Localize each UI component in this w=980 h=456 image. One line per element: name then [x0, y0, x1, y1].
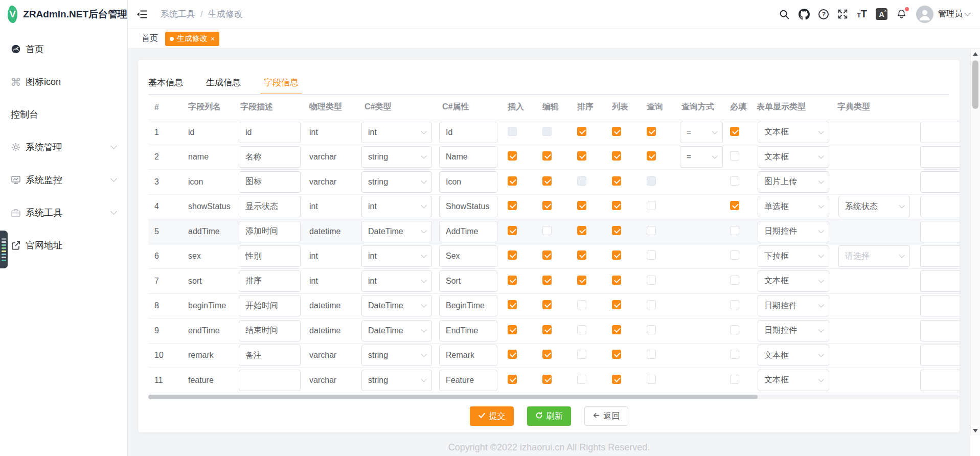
- checkbox-list[interactable]: [612, 300, 621, 309]
- field-desc-input[interactable]: [239, 320, 301, 341]
- input-extra[interactable]: [920, 171, 960, 193]
- checkbox-required[interactable]: [730, 201, 739, 210]
- settings-drawer-handle[interactable]: [0, 231, 8, 268]
- input-extra[interactable]: [920, 270, 960, 292]
- close-icon[interactable]: ×: [211, 35, 215, 42]
- checkbox-list[interactable]: [612, 375, 621, 384]
- checkbox-insert[interactable]: [508, 350, 517, 359]
- checkbox-insert[interactable]: [508, 325, 517, 334]
- breadcrumb-item[interactable]: 生成修改: [208, 8, 243, 20]
- csharp-prop-input[interactable]: [439, 295, 497, 316]
- checkbox-required[interactable]: [730, 350, 739, 359]
- input-extra[interactable]: [920, 245, 960, 267]
- checkbox-edit[interactable]: [542, 226, 552, 235]
- query-type-select[interactable]: =: [680, 146, 723, 168]
- checkbox-sort[interactable]: [577, 375, 586, 384]
- display-type-select[interactable]: 文本框: [758, 345, 829, 366]
- checkbox-edit[interactable]: [542, 375, 552, 384]
- sidebar-item-home[interactable]: 首页: [0, 33, 127, 65]
- search-icon[interactable]: [779, 9, 790, 20]
- checkbox-query[interactable]: [647, 250, 656, 260]
- scroll-up-arrow-icon[interactable]: [973, 52, 978, 56]
- checkbox-query[interactable]: [647, 127, 656, 136]
- checkbox-query[interactable]: [647, 375, 656, 384]
- checkbox-required[interactable]: [730, 176, 739, 186]
- field-desc-input[interactable]: [239, 245, 301, 267]
- query-type-select[interactable]: =: [680, 122, 723, 143]
- csharp-type-select[interactable]: string: [361, 345, 432, 366]
- checkbox-list[interactable]: [612, 276, 621, 285]
- input-extra[interactable]: [920, 295, 960, 316]
- checkbox-query[interactable]: [647, 151, 656, 161]
- checkbox-sort[interactable]: [577, 350, 586, 359]
- display-type-select[interactable]: 文本框: [758, 146, 829, 168]
- input-extra[interactable]: [920, 122, 960, 143]
- display-type-select[interactable]: 日期控件: [758, 221, 829, 242]
- field-desc-input[interactable]: [239, 146, 301, 168]
- checkbox-sort[interactable]: [577, 226, 586, 235]
- field-desc-input[interactable]: [239, 221, 301, 242]
- tag-首页[interactable]: 首页: [142, 33, 158, 44]
- font-size-icon[interactable]: TT: [857, 10, 867, 18]
- checkbox-sort[interactable]: [577, 325, 586, 334]
- csharp-prop-input[interactable]: [439, 270, 497, 292]
- checkbox-list[interactable]: [612, 250, 621, 260]
- csharp-type-select[interactable]: DateTime: [361, 295, 432, 316]
- chevron-down-icon[interactable]: [964, 10, 971, 16]
- sidebar-item-system-monitor[interactable]: 系统监控: [0, 164, 127, 196]
- breadcrumb-item[interactable]: 系统工具: [161, 8, 195, 20]
- checkbox-required[interactable]: [730, 375, 739, 384]
- checkbox-edit[interactable]: [542, 276, 552, 285]
- vertical-scrollbar[interactable]: [970, 49, 980, 436]
- display-type-select[interactable]: 日期控件: [758, 295, 829, 316]
- translate-icon[interactable]: Ax: [876, 8, 887, 20]
- csharp-prop-input[interactable]: [439, 320, 497, 341]
- checkbox-edit[interactable]: [542, 250, 552, 260]
- checkbox-insert[interactable]: [508, 176, 517, 186]
- field-desc-input[interactable]: [239, 171, 301, 193]
- checkbox-list[interactable]: [612, 127, 621, 136]
- field-desc-input[interactable]: [239, 196, 301, 217]
- github-icon[interactable]: [799, 9, 810, 20]
- checkbox-sort[interactable]: [577, 151, 586, 161]
- field-desc-input[interactable]: [239, 295, 301, 316]
- checkbox-required[interactable]: [730, 276, 739, 285]
- checkbox-sort[interactable]: [577, 300, 586, 309]
- horizontal-scrollbar-thumb[interactable]: [148, 395, 758, 399]
- checkbox-required[interactable]: [730, 127, 739, 136]
- checkbox-list[interactable]: [612, 151, 621, 161]
- username[interactable]: 管理员: [938, 9, 963, 19]
- csharp-prop-input[interactable]: [439, 146, 497, 168]
- checkbox-insert[interactable]: [508, 375, 517, 384]
- tab-generate-info[interactable]: 生成信息: [206, 77, 241, 95]
- csharp-prop-input[interactable]: [439, 171, 497, 193]
- field-desc-input[interactable]: [239, 370, 301, 391]
- input-extra[interactable]: [920, 146, 960, 168]
- back-button[interactable]: 返回: [584, 406, 628, 426]
- csharp-type-select[interactable]: int: [361, 270, 432, 292]
- checkbox-insert[interactable]: [508, 201, 517, 210]
- refresh-button[interactable]: 刷新: [527, 406, 571, 426]
- bell-icon[interactable]: [896, 9, 907, 19]
- dict-type-select[interactable]: 请选择: [838, 245, 910, 267]
- checkbox-required[interactable]: [730, 300, 739, 309]
- checkbox-insert[interactable]: [508, 276, 517, 285]
- checkbox-insert[interactable]: [508, 226, 517, 235]
- checkbox-insert[interactable]: [508, 300, 517, 309]
- input-extra[interactable]: [920, 196, 960, 217]
- checkbox-edit[interactable]: [542, 300, 552, 309]
- tag-生成修改[interactable]: 生成修改×: [165, 32, 219, 46]
- avatar[interactable]: [916, 6, 933, 23]
- app-logo-row[interactable]: V ZRAdmin.NET后台管理: [0, 0, 127, 29]
- checkbox-query[interactable]: [647, 350, 656, 359]
- vertical-scrollbar-thumb[interactable]: [972, 60, 978, 109]
- csharp-prop-input[interactable]: [439, 196, 497, 217]
- csharp-type-select[interactable]: string: [361, 171, 432, 193]
- tab-field-info[interactable]: 字段信息: [264, 77, 299, 95]
- display-type-select[interactable]: 文本框: [758, 270, 829, 292]
- field-desc-input[interactable]: [239, 345, 301, 366]
- checkbox-query[interactable]: [647, 300, 656, 309]
- horizontal-scrollbar[interactable]: [148, 395, 960, 399]
- sidebar-item-system-tools[interactable]: 系统工具: [0, 196, 127, 229]
- input-extra[interactable]: [920, 221, 960, 242]
